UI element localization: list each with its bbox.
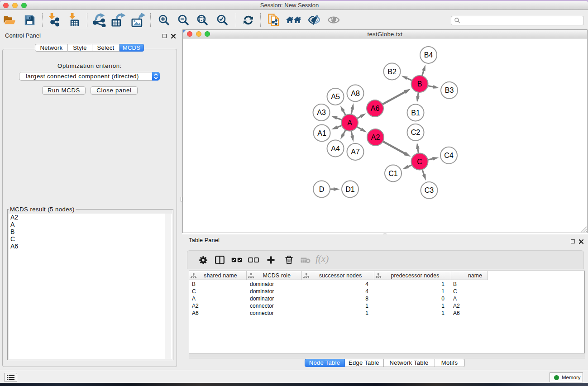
svg-text:B4: B4 bbox=[424, 51, 433, 59]
svg-text:B1: B1 bbox=[411, 109, 420, 116]
svg-text:C1: C1 bbox=[388, 169, 398, 177]
svg-text:A1: A1 bbox=[317, 129, 326, 137]
svg-text:B2: B2 bbox=[387, 67, 397, 75]
svg-text:A: A bbox=[347, 119, 352, 126]
svg-text:B3: B3 bbox=[445, 86, 454, 94]
svg-text:D1: D1 bbox=[345, 185, 355, 193]
svg-text:B: B bbox=[417, 80, 422, 88]
svg-text:C4: C4 bbox=[444, 151, 454, 159]
svg-text:C2: C2 bbox=[411, 129, 421, 136]
svg-text:D: D bbox=[319, 185, 325, 193]
svg-text:A2: A2 bbox=[371, 133, 380, 141]
svg-text:A8: A8 bbox=[351, 89, 360, 97]
svg-text:A6: A6 bbox=[371, 105, 380, 112]
svg-text:C3: C3 bbox=[425, 186, 434, 194]
svg-text:C: C bbox=[417, 157, 422, 165]
svg-text:A4: A4 bbox=[331, 144, 340, 152]
svg-text:A3: A3 bbox=[317, 109, 326, 116]
svg-text:A7: A7 bbox=[351, 148, 360, 156]
svg-text:A5: A5 bbox=[331, 93, 340, 100]
